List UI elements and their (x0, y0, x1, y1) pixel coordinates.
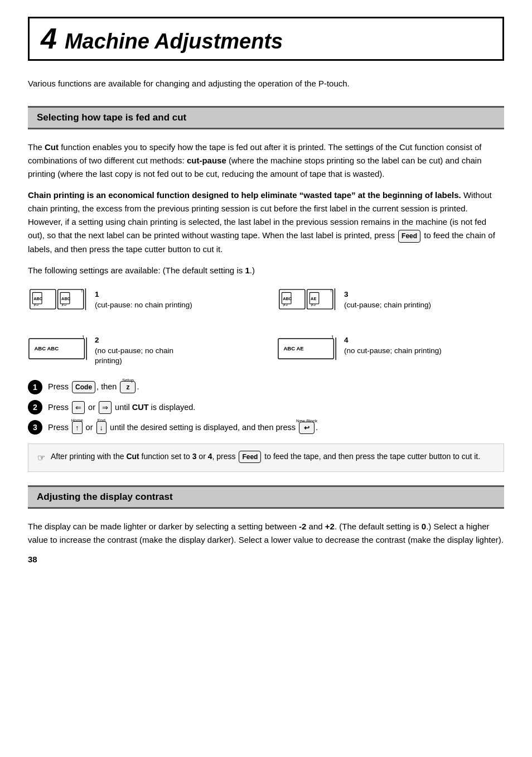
feed-key-note: Feed (239, 451, 261, 463)
svg-text:✗↵: ✗↵ (311, 303, 316, 307)
svg-text:✗↵: ✗↵ (33, 303, 39, 307)
section2-para: The display can be made lighter or darke… (28, 520, 504, 547)
page-number: 38 (28, 555, 504, 564)
diagram-1-img: ABC ✗↵ ABC ✗↵ ↿ (28, 288, 89, 322)
chapter-header: 4 Machine Adjustments (28, 17, 504, 61)
step-3-text: Press Home↑ or End↓ until the desired se… (48, 421, 318, 435)
diagram-3-label: 3 (cut-pause; chain printing) (344, 288, 431, 311)
step-3-row: 3 Press Home↑ or End↓ until the desired … (28, 420, 504, 435)
steps-section: 1 Press Code, then Setupz . 2 Press ⇐ or… (28, 380, 504, 435)
step-2-text: Press ⇐ or ⇒ until CUT is displayed. (48, 401, 195, 414)
note-text: After printing with the Cut function set… (51, 451, 480, 463)
diagram-1: ABC ✗↵ ABC ✗↵ ↿ 1 (cut-pause: no chain p… (28, 288, 255, 322)
diagram-1-label: 1 (cut-pause: no chain printing) (95, 288, 192, 311)
diagram-3-img: ABC ✗↵ AE ✗↵ ↿ (277, 288, 338, 322)
setup-z-key: Setupz (120, 381, 136, 393)
step-1-row: 1 Press Code, then Setupz . (28, 380, 504, 394)
diagram-3: ABC ✗↵ AE ✗↵ ↿ 3 (cut-pause; chain print… (277, 288, 504, 322)
end-down-key: End↓ (96, 421, 107, 435)
diagram-2: ABC ABC ↿ 2 (no cut-pause; no chainprint… (28, 334, 255, 367)
chapter-title: Machine Adjustments (65, 30, 283, 54)
diagram-4: ABC AE ↿ 4 (no cut-pause; chain printing… (277, 334, 504, 365)
new-block-key: New Block↩ (299, 422, 315, 434)
svg-text:✗↵: ✗↵ (61, 303, 67, 307)
step-2-circle: 2 (28, 400, 42, 414)
step-3-circle: 3 (28, 420, 42, 435)
note-icon: ☞ (37, 451, 45, 465)
svg-text:↿: ↿ (331, 335, 335, 340)
home-up-key: Home↑ (72, 421, 83, 435)
diagram-2-label: 2 (no cut-pause; no chainprinting) (95, 334, 173, 367)
chapter-number: 4 (41, 24, 57, 53)
svg-text:ABC: ABC (33, 296, 43, 301)
svg-text:ABC ABC: ABC ABC (34, 345, 59, 351)
diagram-2-img: ABC ABC ↿ (28, 334, 89, 365)
section1-header: Selecting how tape is fed and cut (28, 106, 504, 129)
svg-text:ABC: ABC (283, 296, 292, 301)
section2-header: Adjusting the display contrast (28, 485, 504, 509)
left-arrow-key: ⇐ (72, 401, 85, 414)
diagram-4-label: 4 (no cut-pause; chain printing) (344, 334, 442, 356)
svg-text:↿: ↿ (80, 288, 84, 293)
section1-default-note: The following settings are available: (T… (28, 264, 504, 277)
diagram-4-img: ABC AE ↿ (277, 334, 338, 365)
right-arrow-key: ⇒ (99, 401, 112, 414)
intro-text: Various functions are available for chan… (28, 78, 504, 90)
svg-text:✗↵: ✗↵ (283, 303, 288, 307)
code-key: Code (72, 381, 95, 393)
feed-key-inline: Feed (398, 230, 420, 243)
diagram-col-left: ABC ✗↵ ABC ✗↵ ↿ 1 (cut-pause: no chain p… (28, 288, 255, 367)
note-box: ☞ After printing with the Cut function s… (28, 443, 504, 472)
step-1-text: Press Code, then Setupz . (48, 381, 139, 393)
section1-para1: The Cut function enables you to specify … (28, 141, 504, 181)
svg-text:ABC AE: ABC AE (283, 345, 303, 351)
step-2-row: 2 Press ⇐ or ⇒ until CUT is displayed. (28, 400, 504, 414)
svg-text:↿: ↿ (81, 335, 85, 340)
diagrams-container: ABC ✗↵ ABC ✗↵ ↿ 1 (cut-pause: no chain p… (28, 288, 504, 367)
svg-text:AE: AE (311, 296, 316, 301)
diagram-col-right: ABC ✗↵ AE ✗↵ ↿ 3 (cut-pause; chain print… (277, 288, 504, 365)
section1-para2: Chain printing is an economical function… (28, 189, 504, 256)
svg-text:↿: ↿ (330, 288, 333, 293)
svg-text:ABC: ABC (61, 296, 71, 301)
step-1-circle: 1 (28, 380, 42, 394)
